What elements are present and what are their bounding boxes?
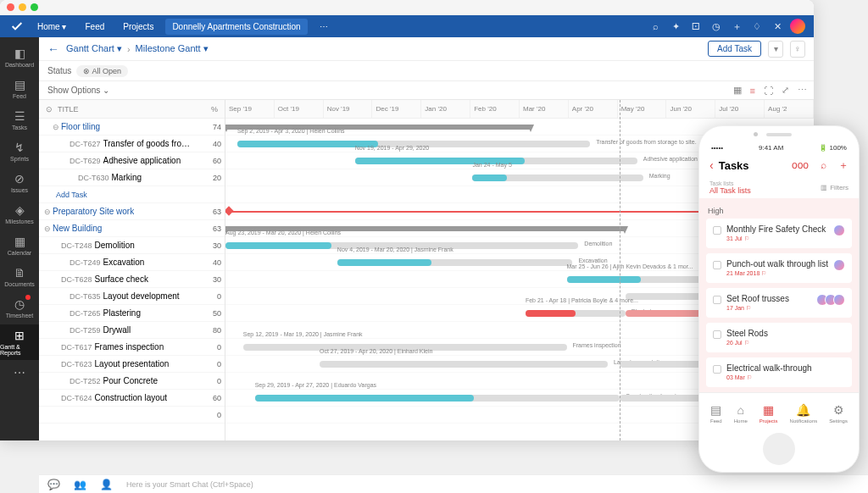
phone-task-card[interactable]: Electrical walk-through03 Mar ⚐	[706, 357, 852, 387]
expander-icon[interactable]: ⊖	[42, 224, 53, 233]
close-dot[interactable]	[7, 3, 14, 11]
add-task-link[interactable]: Add Task	[39, 186, 225, 203]
calendar-icon[interactable]: ▦	[733, 85, 742, 96]
crumb-gantt-chart[interactable]: Gantt Chart ▾	[66, 43, 122, 54]
phone-task-card[interactable]: Monthly Fire Safety Check31 Jul ⚐	[706, 219, 852, 248]
sidebar-item-timesheet[interactable]: ◷Timesheet	[0, 293, 39, 323]
phone-checkbox[interactable]	[713, 296, 721, 304]
phone-tab-projects[interactable]: ▦Projects	[760, 403, 778, 424]
task-row[interactable]: ⊖Preparatory Site work63	[39, 203, 225, 220]
search-icon[interactable]: ⌕	[648, 19, 663, 34]
task-row[interactable]: DC-T623Layout presentation0	[39, 356, 225, 373]
expander-icon[interactable]: ⊖	[42, 208, 53, 216]
gamepad-icon[interactable]: ⚀	[688, 19, 704, 34]
task-row[interactable]: DC-T628Surface check30	[39, 271, 225, 288]
task-row[interactable]: DC-T252Pour Concrete0	[39, 373, 225, 390]
expander-icon[interactable]: ⊖	[51, 123, 61, 131]
task-row[interactable]: DC-T627Transfer of goods from s...40	[39, 136, 225, 152]
task-row[interactable]: DC-T630Marking20	[39, 169, 225, 186]
sidebar-item-calendar[interactable]: ▦Calendar	[0, 230, 39, 260]
filter-button[interactable]: ♀	[790, 41, 805, 58]
phone-avatars[interactable]	[820, 294, 845, 306]
task-row[interactable]: DC-T249Excavation40	[39, 254, 225, 271]
minimize-dot[interactable]	[19, 3, 26, 11]
phone-tab-settings[interactable]: ⚙Settings	[829, 403, 848, 424]
fullscreen-icon[interactable]: ⤢	[782, 85, 789, 96]
sidebar-item-issues[interactable]: ⊘Issues	[0, 168, 39, 197]
phone-task-card[interactable]: Set Roof trusses17 Jan ⚐	[706, 288, 852, 318]
task-row[interactable]: DC-T259Drywall80	[39, 322, 225, 339]
sidebar-item-milestones[interactable]: ◈Milestones	[0, 199, 39, 229]
phone-task-card[interactable]: Punch-out walk through list21 Mar 2018 ⚐	[706, 253, 852, 283]
options-row: Show Options ⌄ ▦ ≡ ⛶ ⤢ ⋯	[39, 81, 814, 100]
tools-icon[interactable]: ✕	[770, 19, 785, 34]
nav-home[interactable]: Home ▾	[31, 19, 73, 35]
phone-section-high: High	[706, 203, 852, 219]
phone-tab-notifications[interactable]: 🔔Notifications	[790, 403, 818, 424]
expand-all-icon[interactable]: ⊙	[46, 105, 53, 114]
status-row: Status ⊗ All Open	[39, 61, 814, 81]
phone-checkbox[interactable]	[713, 261, 721, 269]
expand-icon[interactable]: ⛶	[764, 86, 773, 96]
task-row[interactable]: ⊖New Building63	[39, 220, 225, 237]
phone-task-card[interactable]: Steel Rods26 Jul ⚐	[706, 323, 852, 352]
task-row[interactable]: 0	[39, 407, 225, 424]
more-icon[interactable]: ⋯	[798, 85, 807, 96]
timeline-header: Sep '19Oct '19Nov '19Dec '19Jan '20Feb '…	[225, 100, 814, 119]
task-row[interactable]: ⊖Floor tiling74	[39, 119, 225, 136]
sidebar-icon: ▦	[14, 235, 25, 248]
crumb-milestone-gantt[interactable]: Milestone Gantt ▾	[136, 43, 209, 54]
phone-checkbox[interactable]	[713, 330, 721, 339]
task-row[interactable]: DC-T617Frames inspection0	[39, 339, 225, 356]
phone-checkbox[interactable]	[713, 365, 721, 374]
bell-icon[interactable]: ♢	[749, 19, 765, 34]
task-row[interactable]: DC-T248Demolition30	[39, 237, 225, 254]
plus-icon[interactable]: ＋	[729, 19, 744, 34]
phone-checkbox[interactable]	[713, 226, 721, 235]
sidebar-item-more[interactable]: ⋯	[0, 362, 39, 385]
phone-add-icon[interactable]: ＋	[838, 158, 849, 173]
phone-avatars[interactable]	[837, 224, 845, 236]
app-logo-icon[interactable]	[8, 18, 25, 35]
phone-tab-feed[interactable]: ▤Feed	[710, 403, 722, 424]
sidebar-item-dashboard[interactable]: ◧Dashboard	[0, 42, 39, 72]
nav-feed[interactable]: Feed	[78, 19, 111, 35]
phone-search-icon[interactable]: ⌕	[821, 159, 826, 171]
list-view-icon[interactable]: ≡	[750, 86, 755, 96]
phone-tasklist-selector[interactable]: All Task lists	[709, 186, 751, 195]
add-task-dropdown[interactable]: ▾	[768, 41, 783, 58]
phone-more-icon[interactable]: ooo	[792, 159, 809, 171]
user-avatar[interactable]	[790, 19, 805, 34]
sidebar-item-feed[interactable]: ▤Feed	[0, 74, 39, 103]
phone-tab-home[interactable]: ⌂Home	[734, 403, 748, 424]
sidebar-icon: ▤	[14, 78, 25, 91]
nav-more[interactable]: ⋯	[313, 19, 335, 35]
add-task-button[interactable]: Add Task	[708, 41, 761, 57]
task-row[interactable]: DC-T629Adhesive application60	[39, 152, 225, 169]
phone-home-button[interactable]	[763, 433, 795, 465]
window-titlebar	[0, 0, 814, 15]
timeline-month: Mar '20	[520, 100, 569, 118]
phone-avatars[interactable]	[837, 259, 845, 271]
sparkle-icon[interactable]: ✦	[668, 19, 683, 34]
sidebar-item-sprints[interactable]: ↯Sprints	[0, 136, 39, 166]
timeline-month: Aug '2	[765, 100, 814, 118]
nav-project-breadcrumb[interactable]: Donnelly Apartments Construction	[165, 19, 307, 35]
status-pill[interactable]: ⊗ All Open	[76, 65, 128, 77]
task-row[interactable]: DC-T624Construction layout60	[39, 390, 225, 407]
show-options-toggle[interactable]: Show Options ⌄	[47, 86, 109, 95]
task-row[interactable]: DC-T265Plastering50	[39, 305, 225, 322]
sidebar-icon: ⊘	[14, 172, 25, 186]
sidebar-item-gantt-reports[interactable]: ⊞Gantt & Reports	[0, 324, 39, 360]
maximize-dot[interactable]	[31, 3, 38, 11]
phone-task-list[interactable]: High Monthly Fire Safety Check31 Jul ⚐Pu…	[699, 198, 859, 392]
sidebar-icon: ↯	[14, 141, 25, 154]
phone-filters-button[interactable]: ▥ Filters	[821, 184, 849, 191]
back-arrow-icon[interactable]: ←	[47, 42, 59, 56]
phone-back-icon[interactable]: ‹	[709, 158, 714, 172]
clock-icon[interactable]: ◷	[709, 19, 724, 34]
sidebar-item-documents[interactable]: 🗎Documents	[0, 262, 39, 291]
sidebar-item-tasks[interactable]: ☰Tasks	[0, 105, 39, 135]
nav-projects[interactable]: Projects	[116, 19, 160, 35]
task-row[interactable]: DC-T635Layout development0	[39, 288, 225, 305]
